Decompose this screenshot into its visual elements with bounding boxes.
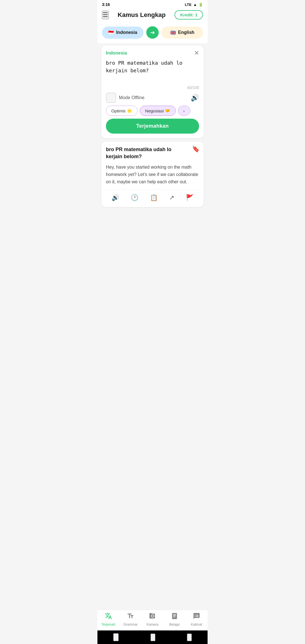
- source-lang-label: Indonesia: [116, 30, 137, 35]
- source-flag: 🇮🇩: [108, 30, 114, 35]
- target-lang-label: English: [178, 30, 195, 35]
- offline-mode-toggle: Mode Offline: [106, 93, 144, 103]
- home-button[interactable]: ○: [151, 634, 155, 641]
- status-time: 3:16: [102, 2, 110, 7]
- status-right: LTE ▲ 🔋: [185, 3, 203, 7]
- kalimat-icon: [193, 612, 200, 621]
- negosiasi-label: Negosiasi: [145, 108, 164, 113]
- camera-icon: [149, 612, 156, 621]
- nav-grammar[interactable]: Grammar: [122, 612, 139, 626]
- status-bar: 3:16 LTE ▲ 🔋: [97, 0, 208, 8]
- nav-kalimat[interactable]: Kalimat: [188, 612, 205, 626]
- result-copy-icon: 📋: [150, 194, 158, 201]
- signal-text: LTE: [185, 3, 192, 7]
- result-share-icon: ↗: [169, 194, 174, 201]
- kamera-label: Kamera: [147, 623, 158, 626]
- clear-input-button[interactable]: ✕: [194, 50, 199, 56]
- input-card-header: Indonesia ✕: [106, 50, 199, 56]
- result-flag-button[interactable]: 🚩: [183, 193, 196, 203]
- menu-button[interactable]: ☰: [102, 11, 109, 19]
- back-button[interactable]: ◁: [113, 633, 119, 641]
- input-card: Indonesia ✕ bro PR matematika udah lo ke…: [101, 45, 204, 138]
- bookmark-button[interactable]: 🔖: [192, 145, 200, 153]
- kalimat-label: Kalimat: [191, 623, 202, 626]
- result-translation-text: Hey, have you started working on the mat…: [106, 164, 199, 185]
- result-speaker-button[interactable]: 🔊: [109, 193, 122, 203]
- recents-button[interactable]: □: [187, 634, 191, 641]
- optimis-emoji: 🌟: [127, 108, 132, 113]
- top-nav: ☰ Kamus Lengkap Kredit: 1: [97, 8, 208, 23]
- belajar-label: Belajar: [169, 623, 180, 626]
- result-history-button[interactable]: 🕐: [128, 193, 141, 203]
- tone-selector: Optimis 🌟 Negosiasi 🤝 ›: [106, 106, 199, 116]
- result-speaker-icon: 🔊: [112, 194, 119, 201]
- result-copy-button[interactable]: 📋: [147, 193, 160, 203]
- offline-checkbox[interactable]: [106, 93, 116, 103]
- bottom-navigation: Terjemah Grammar Kamera Belajar Kalimat: [97, 610, 208, 630]
- nav-kamera[interactable]: Kamera: [144, 612, 161, 626]
- optimis-label: Optimis: [111, 108, 126, 113]
- nav-terjemah[interactable]: Terjemah: [100, 612, 117, 626]
- result-share-button[interactable]: ↗: [166, 193, 177, 203]
- char-count: 40/100: [106, 85, 199, 90]
- swap-languages-button[interactable]: ➜: [146, 26, 159, 39]
- result-history-icon: 🕐: [131, 194, 138, 201]
- speaker-icon: 🔊: [191, 94, 199, 101]
- more-icon: ›: [183, 108, 185, 113]
- credit-button[interactable]: Kredit: 1: [175, 10, 203, 19]
- app-title: Kamus Lengkap: [118, 11, 166, 19]
- signal-icon: ▲: [193, 3, 197, 7]
- negosiasi-emoji: 🤝: [165, 108, 170, 113]
- input-lang-label: Indonesia: [106, 51, 127, 56]
- input-card-controls: Mode Offline 🔊: [106, 93, 199, 103]
- swap-icon: ➜: [150, 29, 155, 36]
- result-card: 🔖 bro PR matematika udah lo kerjain belo…: [101, 142, 204, 207]
- system-bar: ◁ ○ □: [97, 630, 208, 644]
- translate-button[interactable]: Terjemahkan: [106, 119, 199, 134]
- input-speaker-button[interactable]: 🔊: [191, 94, 199, 102]
- tone-negosiasi[interactable]: Negosiasi 🤝: [140, 106, 176, 116]
- grammar-label: Grammar: [123, 623, 138, 626]
- result-flag-icon: 🚩: [186, 194, 193, 201]
- belajar-icon: [171, 612, 178, 621]
- nav-belajar[interactable]: Belajar: [166, 612, 183, 626]
- result-original-text: bro PR matematika udah lo kerjain belom?: [106, 146, 199, 160]
- target-language-button[interactable]: 🇬🇧 English: [162, 27, 203, 39]
- tone-optimis[interactable]: Optimis 🌟: [106, 106, 138, 116]
- bookmark-icon: 🔖: [192, 145, 200, 153]
- terjemah-label: Terjemah: [101, 623, 115, 626]
- target-flag: 🇬🇧: [170, 30, 176, 35]
- tone-more[interactable]: ›: [178, 106, 190, 116]
- offline-label: Mode Offline: [119, 95, 144, 100]
- main-content: Indonesia ✕ bro PR matematika udah lo ke…: [97, 43, 208, 610]
- source-language-button[interactable]: 🇮🇩 Indonesia: [102, 27, 143, 39]
- terjemah-icon: [105, 612, 112, 621]
- language-selector: 🇮🇩 Indonesia ➜ 🇬🇧 English: [97, 23, 208, 43]
- translation-input[interactable]: bro PR matematika udah lo kerjain belom?: [106, 59, 199, 82]
- battery-icon: 🔋: [199, 3, 203, 7]
- grammar-icon: [127, 612, 134, 621]
- result-actions: 🔊 🕐 📋 ↗ 🚩: [106, 189, 199, 203]
